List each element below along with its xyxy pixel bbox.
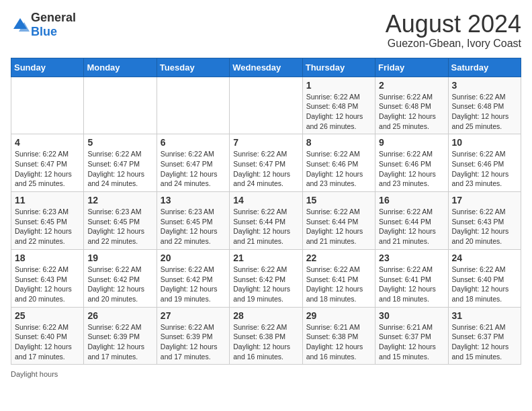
calendar-weekday-monday: Monday [84,58,157,77]
day-number: 2 [379,80,444,91]
calendar-cell: 3Sunrise: 6:22 AM Sunset: 6:48 PM Daylig… [448,77,521,134]
calendar-week-row: 11Sunrise: 6:23 AM Sunset: 6:45 PM Dayli… [11,192,521,250]
day-detail: Sunrise: 6:22 AM Sunset: 6:47 PM Dayligh… [15,149,80,189]
calendar-cell: 7Sunrise: 6:22 AM Sunset: 6:47 PM Daylig… [230,134,302,192]
day-detail: Sunrise: 6:22 AM Sunset: 6:47 PM Dayligh… [233,149,298,189]
day-number: 22 [306,253,371,263]
day-number: 16 [379,195,444,205]
calendar-cell: 6Sunrise: 6:22 AM Sunset: 6:47 PM Daylig… [157,134,229,192]
page-title: August 2024 [386,11,521,38]
logo-text-blue: Blue [31,25,57,38]
day-number: 19 [87,253,152,263]
calendar-cell: 24Sunrise: 6:22 AM Sunset: 6:40 PM Dayli… [448,249,521,307]
day-detail: Sunrise: 6:23 AM Sunset: 6:45 PM Dayligh… [161,207,226,246]
calendar-cell: 28Sunrise: 6:22 AM Sunset: 6:38 PM Dayli… [230,307,302,365]
day-detail: Sunrise: 6:22 AM Sunset: 6:44 PM Dayligh… [379,207,444,246]
calendar-cell: 17Sunrise: 6:22 AM Sunset: 6:43 PM Dayli… [448,192,521,250]
calendar-cell: 4Sunrise: 6:22 AM Sunset: 6:47 PM Daylig… [11,134,84,192]
calendar-cell: 2Sunrise: 6:22 AM Sunset: 6:48 PM Daylig… [375,77,448,134]
day-number: 5 [87,137,152,148]
day-number: 15 [306,195,371,205]
day-number: 23 [379,253,444,263]
day-number: 4 [15,137,80,148]
calendar-cell [11,77,84,134]
day-detail: Sunrise: 6:22 AM Sunset: 6:44 PM Dayligh… [306,207,371,246]
day-number: 10 [452,137,517,148]
calendar-weekday-sunday: Sunday [11,58,84,77]
calendar-table: SundayMondayTuesdayWednesdayThursdayFrid… [11,58,521,365]
calendar-cell: 9Sunrise: 6:22 AM Sunset: 6:46 PM Daylig… [375,134,448,192]
calendar-cell: 11Sunrise: 6:23 AM Sunset: 6:45 PM Dayli… [11,192,84,250]
calendar-cell: 27Sunrise: 6:22 AM Sunset: 6:39 PM Dayli… [157,307,229,365]
calendar-cell: 23Sunrise: 6:22 AM Sunset: 6:41 PM Dayli… [375,249,448,307]
calendar-cell: 22Sunrise: 6:22 AM Sunset: 6:41 PM Dayli… [302,249,375,307]
calendar-week-row: 1Sunrise: 6:22 AM Sunset: 6:48 PM Daylig… [11,77,521,134]
day-number: 31 [452,310,517,321]
calendar-cell: 31Sunrise: 6:21 AM Sunset: 6:37 PM Dayli… [448,307,521,365]
logo-icon [11,15,30,34]
calendar-cell: 30Sunrise: 6:21 AM Sunset: 6:37 PM Dayli… [375,307,448,365]
page-header: General Blue August 2024 Guezon-Gbean, I… [11,11,521,50]
calendar-weekday-thursday: Thursday [302,58,375,77]
day-detail: Sunrise: 6:22 AM Sunset: 6:41 PM Dayligh… [379,265,444,304]
day-number: 20 [161,253,226,263]
calendar-cell: 18Sunrise: 6:22 AM Sunset: 6:43 PM Dayli… [11,249,84,307]
title-block: August 2024 Guezon-Gbean, Ivory Coast [386,11,521,50]
day-detail: Sunrise: 6:22 AM Sunset: 6:38 PM Dayligh… [233,322,298,362]
day-detail: Sunrise: 6:21 AM Sunset: 6:38 PM Dayligh… [306,322,371,362]
calendar-cell [84,77,157,134]
calendar-cell: 25Sunrise: 6:22 AM Sunset: 6:40 PM Dayli… [11,307,84,365]
calendar-header-row: SundayMondayTuesdayWednesdayThursdayFrid… [11,58,521,77]
day-number: 26 [87,310,152,321]
logo: General Blue [11,11,76,39]
day-detail: Sunrise: 6:22 AM Sunset: 6:47 PM Dayligh… [161,149,226,189]
day-detail: Sunrise: 6:22 AM Sunset: 6:39 PM Dayligh… [161,322,226,362]
day-number: 12 [87,195,152,205]
calendar-cell: 1Sunrise: 6:22 AM Sunset: 6:48 PM Daylig… [302,77,375,134]
day-detail: Sunrise: 6:22 AM Sunset: 6:40 PM Dayligh… [452,265,517,304]
page-subtitle: Guezon-Gbean, Ivory Coast [386,38,521,50]
footer-note: Daylight hours [11,370,521,378]
day-detail: Sunrise: 6:22 AM Sunset: 6:46 PM Dayligh… [452,149,517,189]
day-number: 7 [233,137,298,148]
day-detail: Sunrise: 6:21 AM Sunset: 6:37 PM Dayligh… [379,322,444,362]
calendar-cell: 13Sunrise: 6:23 AM Sunset: 6:45 PM Dayli… [157,192,229,250]
calendar-cell: 10Sunrise: 6:22 AM Sunset: 6:46 PM Dayli… [448,134,521,192]
day-number: 28 [233,310,298,321]
day-detail: Sunrise: 6:23 AM Sunset: 6:45 PM Dayligh… [87,207,152,246]
day-detail: Sunrise: 6:22 AM Sunset: 6:48 PM Dayligh… [452,92,517,132]
day-detail: Sunrise: 6:22 AM Sunset: 6:43 PM Dayligh… [452,207,517,246]
day-detail: Sunrise: 6:23 AM Sunset: 6:45 PM Dayligh… [15,207,80,246]
day-detail: Sunrise: 6:22 AM Sunset: 6:48 PM Dayligh… [379,92,444,132]
calendar-weekday-friday: Friday [375,58,448,77]
day-detail: Sunrise: 6:22 AM Sunset: 6:39 PM Dayligh… [87,322,152,362]
calendar-cell: 5Sunrise: 6:22 AM Sunset: 6:47 PM Daylig… [84,134,157,192]
calendar-cell: 19Sunrise: 6:22 AM Sunset: 6:42 PM Dayli… [84,249,157,307]
day-number: 21 [233,253,298,263]
logo-text-general: General [31,11,76,24]
day-number: 6 [161,137,226,148]
calendar-week-row: 4Sunrise: 6:22 AM Sunset: 6:47 PM Daylig… [11,134,521,192]
calendar-cell: 29Sunrise: 6:21 AM Sunset: 6:38 PM Dayli… [302,307,375,365]
day-detail: Sunrise: 6:22 AM Sunset: 6:43 PM Dayligh… [15,265,80,304]
calendar-cell: 8Sunrise: 6:22 AM Sunset: 6:46 PM Daylig… [302,134,375,192]
calendar-weekday-saturday: Saturday [448,58,521,77]
day-detail: Sunrise: 6:22 AM Sunset: 6:42 PM Dayligh… [87,265,152,304]
day-number: 25 [15,310,80,321]
day-number: 8 [306,137,371,148]
calendar-cell: 26Sunrise: 6:22 AM Sunset: 6:39 PM Dayli… [84,307,157,365]
day-number: 29 [306,310,371,321]
day-number: 27 [161,310,226,321]
calendar-cell [157,77,229,134]
day-number: 9 [379,137,444,148]
day-detail: Sunrise: 6:22 AM Sunset: 6:46 PM Dayligh… [379,149,444,189]
calendar-week-row: 18Sunrise: 6:22 AM Sunset: 6:43 PM Dayli… [11,249,521,307]
calendar-cell: 16Sunrise: 6:22 AM Sunset: 6:44 PM Dayli… [375,192,448,250]
day-number: 17 [452,195,517,205]
day-detail: Sunrise: 6:22 AM Sunset: 6:42 PM Dayligh… [161,265,226,304]
day-number: 30 [379,310,444,321]
calendar-weekday-tuesday: Tuesday [157,58,229,77]
day-number: 13 [161,195,226,205]
day-number: 24 [452,253,517,263]
day-detail: Sunrise: 6:22 AM Sunset: 6:46 PM Dayligh… [306,149,371,189]
